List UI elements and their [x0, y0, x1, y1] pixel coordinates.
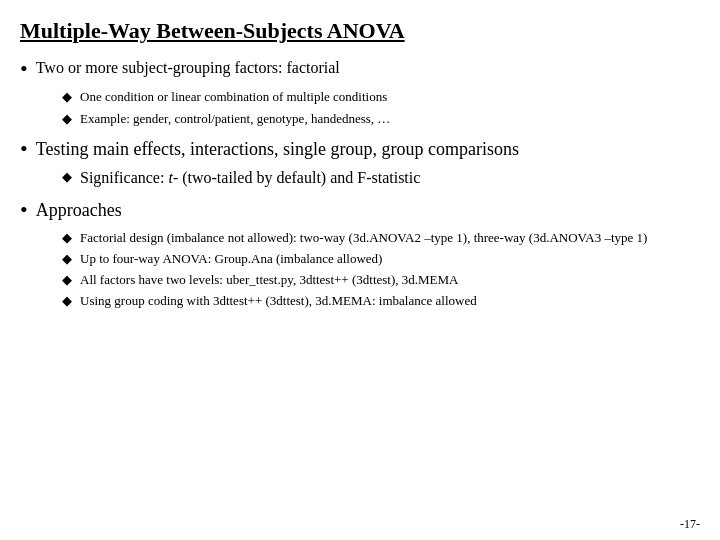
sub-bullets-2: ◆ Significance: t- (two-tailed by defaul…	[62, 168, 690, 189]
sub-marker-1b: ◆	[62, 111, 72, 127]
main-bullet-text-2: Testing main effects, interactions, sing…	[36, 138, 519, 161]
sub-bullet-1a: ◆ One condition or linear combination of…	[62, 88, 690, 106]
bullet-dot-3: •	[20, 197, 28, 223]
sub-bullet-text-3a: Factorial design (imbalance not allowed)…	[80, 229, 647, 247]
page-number: -17-	[680, 517, 700, 532]
sub-bullet-text-3c: All factors have two levels: uber_ttest.…	[80, 271, 458, 289]
main-bullet-text-1: Two or more subject-grouping factors: fa…	[36, 58, 340, 79]
sub-bullet-3c: ◆ All factors have two levels: uber_ttes…	[62, 271, 690, 289]
sub-marker-3c: ◆	[62, 272, 72, 288]
page-title: Multiple-Way Between-Subjects ANOVA	[20, 18, 690, 44]
sub-bullet-2a: ◆ Significance: t- (two-tailed by defaul…	[62, 168, 690, 189]
section-1: • Two or more subject-grouping factors: …	[20, 58, 690, 127]
section-2: • Testing main effects, interactions, si…	[20, 138, 690, 189]
sub-bullet-1b: ◆ Example: gender, control/patient, geno…	[62, 110, 690, 128]
sub-bullets-1: ◆ One condition or linear combination of…	[62, 88, 690, 127]
main-bullet-2: • Testing main effects, interactions, si…	[20, 138, 690, 162]
sub-bullet-text-1a: One condition or linear combination of m…	[80, 88, 387, 106]
sub-bullet-text-3b: Up to four-way ANOVA: Group.Ana (imbalan…	[80, 250, 382, 268]
section-3: • Approaches ◆ Factorial design (imbalan…	[20, 199, 690, 311]
sub-bullet-text-1b: Example: gender, control/patient, genoty…	[80, 110, 390, 128]
sub-bullet-3b: ◆ Up to four-way ANOVA: Group.Ana (imbal…	[62, 250, 690, 268]
main-bullet-text-3: Approaches	[36, 199, 122, 222]
sub-bullet-text-2a: Significance: t- (two-tailed by default)…	[80, 168, 420, 189]
sub-bullets-3: ◆ Factorial design (imbalance not allowe…	[62, 229, 690, 311]
sub-marker-3a: ◆	[62, 230, 72, 246]
main-bullet-1: • Two or more subject-grouping factors: …	[20, 58, 690, 82]
sub-marker-3b: ◆	[62, 251, 72, 267]
sub-marker-2a: ◆	[62, 169, 72, 185]
sub-bullet-3a: ◆ Factorial design (imbalance not allowe…	[62, 229, 690, 247]
page-container: Multiple-Way Between-Subjects ANOVA • Tw…	[0, 0, 720, 540]
sub-bullet-3d: ◆ Using group coding with 3dttest++ (3dt…	[62, 292, 690, 310]
sub-marker-3d: ◆	[62, 293, 72, 309]
sub-marker-1a: ◆	[62, 89, 72, 105]
sub-bullet-text-3d: Using group coding with 3dttest++ (3dtte…	[80, 292, 477, 310]
main-bullet-3: • Approaches	[20, 199, 690, 223]
bullet-dot-1: •	[20, 56, 28, 82]
bullet-dot-2: •	[20, 136, 28, 162]
